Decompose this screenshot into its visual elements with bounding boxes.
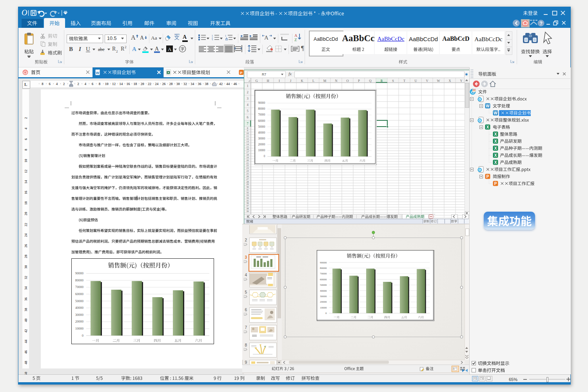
- svg-text:7: 7: [247, 122, 248, 125]
- svg-text:W: W: [437, 79, 440, 83]
- svg-text:14: 14: [247, 143, 249, 145]
- svg-text:33: 33: [247, 194, 249, 196]
- svg-text:37: 37: [247, 205, 249, 207]
- svg-text:X: X: [494, 153, 497, 158]
- svg-text:5: 5: [247, 109, 248, 113]
- svg-text:34: 34: [247, 197, 249, 199]
- svg-text:32: 32: [247, 191, 249, 194]
- svg-text:2: 2: [247, 90, 248, 94]
- svg-text:3: 3: [247, 96, 248, 100]
- svg-text:6: 6: [247, 115, 248, 119]
- svg-text:W: W: [96, 71, 100, 75]
- svg-text:35: 35: [247, 200, 249, 202]
- svg-text:O: O: [346, 79, 348, 83]
- svg-text:S: S: [392, 79, 394, 83]
- svg-text:3: 3: [212, 39, 213, 41]
- svg-text:X: X: [494, 160, 497, 165]
- svg-text:19: 19: [247, 156, 249, 159]
- svg-text:P: P: [494, 181, 497, 186]
- svg-text:N: N: [335, 79, 337, 83]
- svg-text:?: ?: [540, 21, 543, 26]
- svg-text:I: I: [279, 79, 280, 83]
- svg-text:25: 25: [247, 172, 249, 175]
- svg-text:X: X: [448, 79, 451, 83]
- svg-text:O: O: [22, 9, 27, 17]
- svg-text:H: H: [267, 79, 269, 83]
- svg-text:29: 29: [247, 183, 249, 185]
- svg-text:9: 9: [247, 129, 248, 132]
- svg-text:27: 27: [247, 178, 249, 180]
- svg-text:38: 38: [247, 207, 249, 210]
- svg-text:W: W: [494, 111, 497, 115]
- svg-text:T: T: [403, 79, 406, 83]
- svg-text:11: 11: [247, 135, 249, 137]
- svg-text:22: 22: [247, 164, 249, 167]
- svg-text:15: 15: [247, 146, 249, 148]
- svg-text:24: 24: [247, 170, 249, 172]
- svg-text:20: 20: [247, 159, 249, 162]
- svg-text:X: X: [494, 146, 497, 151]
- svg-text:Q: Q: [369, 79, 371, 83]
- svg-text:17: 17: [247, 151, 249, 153]
- svg-text:12: 12: [247, 138, 249, 140]
- svg-text:U: U: [414, 79, 417, 83]
- svg-text:10: 10: [247, 132, 249, 134]
- svg-text:Y: Y: [460, 79, 462, 83]
- svg-text:39: 39: [247, 210, 249, 212]
- svg-text:W: W: [486, 104, 490, 108]
- svg-text:36: 36: [247, 202, 249, 204]
- svg-text:26: 26: [247, 175, 249, 178]
- svg-text:✺: ✺: [465, 73, 468, 76]
- svg-text:K: K: [301, 79, 303, 83]
- svg-text:X: X: [486, 125, 489, 129]
- svg-text:R: R: [381, 79, 383, 83]
- svg-text:P: P: [358, 79, 360, 83]
- svg-text:31: 31: [247, 189, 249, 191]
- svg-text:L: L: [312, 79, 314, 83]
- svg-text:28: 28: [247, 181, 249, 183]
- svg-text:M: M: [323, 79, 327, 83]
- svg-text:21: 21: [247, 162, 249, 164]
- svg-text:8: 8: [247, 127, 248, 129]
- svg-text:P: P: [240, 71, 243, 75]
- svg-text:X: X: [494, 132, 497, 136]
- svg-text:P: P: [486, 174, 489, 179]
- svg-text:13: 13: [247, 140, 249, 143]
- svg-text:23: 23: [247, 167, 249, 169]
- svg-text:X: X: [494, 139, 497, 143]
- svg-text:V: V: [426, 79, 428, 83]
- svg-text:G: G: [255, 79, 258, 83]
- svg-text:30: 30: [247, 186, 249, 188]
- svg-text:18: 18: [247, 154, 249, 156]
- svg-text:1: 1: [247, 84, 248, 88]
- svg-text:16: 16: [247, 148, 249, 151]
